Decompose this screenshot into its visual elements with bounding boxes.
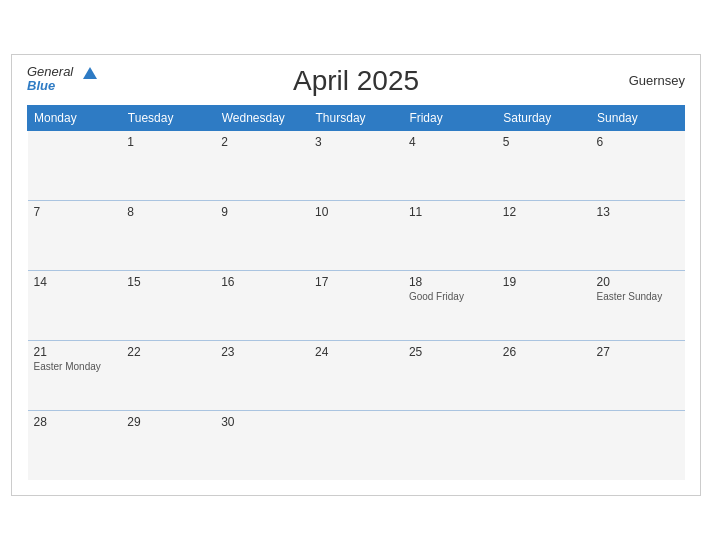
day-cell: 20Easter Sunday [591,270,685,340]
day-cell: 2 [215,130,309,200]
holiday-name: Easter Sunday [597,291,679,302]
day-cell: 7 [28,200,122,270]
day-number: 17 [315,275,397,289]
day-cell: 26 [497,340,591,410]
day-cell: 18Good Friday [403,270,497,340]
day-cell: 19 [497,270,591,340]
day-cell: 24 [309,340,403,410]
day-number: 27 [597,345,679,359]
week-row-2: 78910111213 [28,200,685,270]
day-number: 15 [127,275,209,289]
day-cell: 11 [403,200,497,270]
day-cell [591,410,685,480]
calendar-container: General Blue April 2025 Guernsey Monday … [11,54,701,497]
day-number: 5 [503,135,585,149]
logo: General Blue [27,65,73,94]
day-cell: 14 [28,270,122,340]
day-number: 2 [221,135,303,149]
day-number: 26 [503,345,585,359]
col-sunday: Sunday [591,105,685,130]
day-number: 3 [315,135,397,149]
day-cell: 27 [591,340,685,410]
calendar-grid: Monday Tuesday Wednesday Thursday Friday… [27,105,685,481]
day-cell: 10 [309,200,403,270]
holiday-name: Good Friday [409,291,491,302]
col-tuesday: Tuesday [121,105,215,130]
day-cell: 12 [497,200,591,270]
day-cell: 29 [121,410,215,480]
week-row-4: 21Easter Monday222324252627 [28,340,685,410]
week-row-5: 282930 [28,410,685,480]
logo-triangle-icon [83,67,97,79]
day-number: 4 [409,135,491,149]
col-thursday: Thursday [309,105,403,130]
day-number: 28 [34,415,116,429]
day-cell: 21Easter Monday [28,340,122,410]
day-number: 24 [315,345,397,359]
calendar-title: April 2025 [293,65,419,97]
day-cell: 1 [121,130,215,200]
day-number: 18 [409,275,491,289]
day-cell [309,410,403,480]
day-cell: 6 [591,130,685,200]
day-cell [28,130,122,200]
day-number: 16 [221,275,303,289]
day-cell: 15 [121,270,215,340]
day-cell: 3 [309,130,403,200]
day-cell [403,410,497,480]
day-number: 19 [503,275,585,289]
day-cell: 4 [403,130,497,200]
day-cell: 9 [215,200,309,270]
day-number: 25 [409,345,491,359]
day-number: 29 [127,415,209,429]
day-cell: 5 [497,130,591,200]
region-label: Guernsey [629,73,685,88]
day-number: 7 [34,205,116,219]
day-number: 14 [34,275,116,289]
day-cell: 16 [215,270,309,340]
day-number: 9 [221,205,303,219]
day-number: 8 [127,205,209,219]
day-cell: 28 [28,410,122,480]
day-number: 30 [221,415,303,429]
day-cell: 17 [309,270,403,340]
logo-general-text: General [27,65,73,79]
holiday-name: Easter Monday [34,361,116,372]
day-number: 10 [315,205,397,219]
day-cell: 25 [403,340,497,410]
col-monday: Monday [28,105,122,130]
day-number: 22 [127,345,209,359]
day-cell: 8 [121,200,215,270]
day-number: 21 [34,345,116,359]
day-number: 6 [597,135,679,149]
day-cell: 23 [215,340,309,410]
calendar-header: General Blue April 2025 Guernsey [27,65,685,97]
col-friday: Friday [403,105,497,130]
week-row-3: 1415161718Good Friday1920Easter Sunday [28,270,685,340]
logo-blue-text: Blue [27,79,73,93]
col-saturday: Saturday [497,105,591,130]
day-cell: 13 [591,200,685,270]
day-cell [497,410,591,480]
day-number: 20 [597,275,679,289]
day-cell: 30 [215,410,309,480]
day-number: 23 [221,345,303,359]
day-number: 11 [409,205,491,219]
col-wednesday: Wednesday [215,105,309,130]
weekday-header-row: Monday Tuesday Wednesday Thursday Friday… [28,105,685,130]
day-number: 1 [127,135,209,149]
day-number: 13 [597,205,679,219]
week-row-1: 123456 [28,130,685,200]
day-number: 12 [503,205,585,219]
day-cell: 22 [121,340,215,410]
